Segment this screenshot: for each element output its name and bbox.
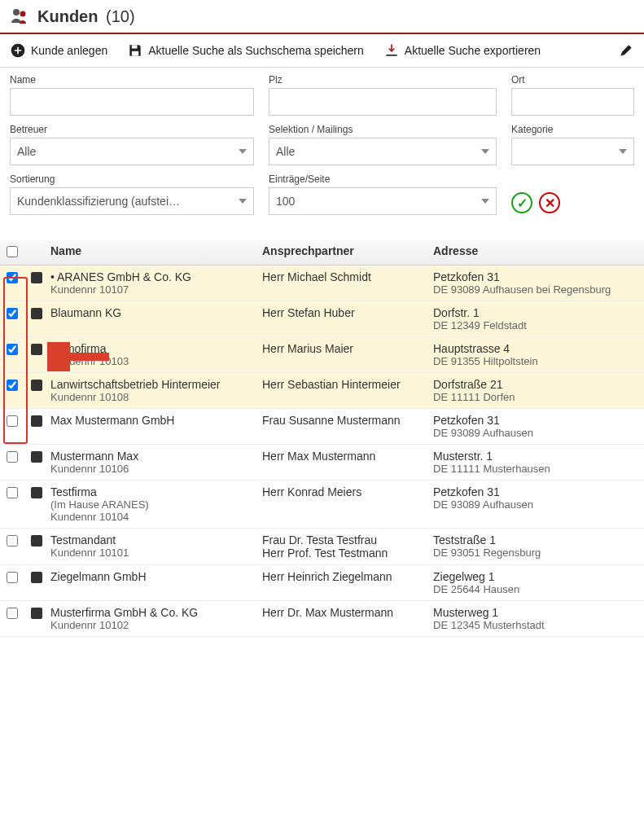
- edit-button[interactable]: [618, 42, 634, 59]
- kategorie-label: Kategorie: [511, 124, 634, 135]
- selektion-select[interactable]: Alle: [269, 138, 497, 165]
- contact-name: Herr Prof. Test Testmann: [262, 546, 433, 560]
- reset-filter-button[interactable]: ✕: [539, 192, 560, 213]
- customer-subline: Kundennr 10106: [50, 463, 262, 475]
- eintraege-select[interactable]: 100: [269, 187, 497, 215]
- customer-name: Testfirma: [50, 485, 262, 498]
- svg-rect-4: [132, 51, 138, 56]
- page-header: Kunden (10): [0, 0, 644, 34]
- apply-filter-button[interactable]: ✓: [511, 192, 532, 213]
- sortierung-select[interactable]: Kundenklassifizierung (aufstei…: [10, 187, 254, 215]
- name-label: Name: [10, 74, 254, 86]
- building-icon: [31, 608, 42, 619]
- address-line: Teststraße 1: [433, 533, 637, 546]
- toolbar: Kunde anlegen Aktuelle Suche als Suchsch…: [0, 34, 644, 68]
- table-row[interactable]: Musterfirma GmbH & Co. KGKundennr 10102H…: [0, 601, 644, 637]
- export-search-label: Aktuelle Suche exportieren: [405, 44, 541, 57]
- customer-name: Musterfirma GmbH & Co. KG: [50, 606, 262, 619]
- svg-point-0: [13, 9, 20, 15]
- row-checkbox[interactable]: [7, 572, 18, 583]
- betreuer-value: Alle: [17, 145, 36, 158]
- svg-point-1: [20, 11, 26, 17]
- building-icon: [31, 487, 42, 498]
- table-row[interactable]: Ziegelmann GmbHHerr Heinrich ZiegelmannZ…: [0, 565, 644, 601]
- create-customer-label: Kunde anlegen: [31, 44, 107, 57]
- address-line: DE 93089 Aufhausen: [433, 427, 637, 439]
- table-row[interactable]: Mustermann MaxKundennr 10106Herr Max Mus…: [0, 445, 644, 481]
- selektion-value: Alle: [276, 145, 295, 158]
- col-address: Adresse: [433, 244, 637, 257]
- address-line: DE 91355 Hiltpoltstein: [433, 355, 637, 367]
- row-checkbox[interactable]: [7, 487, 18, 498]
- address-line: DE 93051 Regensburg: [433, 546, 637, 559]
- row-checkbox[interactable]: [7, 451, 18, 463]
- address-line: DE 93089 Aufhausen: [433, 498, 637, 511]
- building-icon: [31, 308, 42, 319]
- table-row[interactable]: Testfirma(Im Hause ARANES)Kundennr 10104…: [0, 481, 644, 529]
- table-header: Name Ansprechpartner Adresse: [0, 239, 644, 266]
- col-name: Name: [50, 244, 262, 257]
- table-row[interactable]: • ARANES GmbH & Co. KGKundennr 10107Herr…: [0, 266, 644, 301]
- customers-icon: [10, 7, 29, 26]
- save-search-button[interactable]: Aktuelle Suche als Suchschema speichern: [127, 42, 364, 59]
- address-line: Musterweg 1: [433, 606, 637, 619]
- address-line: DE 11111 Musterhausen: [433, 463, 637, 475]
- ort-label: Ort: [511, 74, 634, 86]
- customer-subline: Kundennr 10108: [50, 391, 262, 403]
- chevron-down-icon: [481, 149, 489, 154]
- building-icon: [31, 535, 42, 546]
- table-row[interactable]: TestmandantKundennr 10101Frau Dr. Testa …: [0, 529, 644, 565]
- eintraege-label: Einträge/Seite: [269, 173, 497, 185]
- contact-name: Herr Konrad Meiers: [262, 485, 433, 498]
- row-checkbox[interactable]: [7, 415, 18, 427]
- svg-rect-3: [132, 45, 138, 48]
- name-input[interactable]: [10, 88, 254, 116]
- address-line: DE 93089 Aufhausen bei Regensburg: [433, 283, 637, 296]
- address-line: Petzkofen 31: [433, 414, 637, 427]
- building-icon: [31, 415, 42, 427]
- kategorie-select[interactable]: [511, 138, 634, 165]
- customers-table: Name Ansprechpartner Adresse • ARANES Gm…: [0, 239, 644, 637]
- building-icon: [31, 344, 42, 355]
- betreuer-select[interactable]: Alle: [10, 138, 254, 165]
- building-icon: [31, 380, 42, 391]
- contact-name: Herr Marius Maier: [262, 342, 433, 355]
- select-all-checkbox[interactable]: [7, 246, 18, 257]
- address-line: Dorfstr. 1: [433, 306, 637, 319]
- table-row[interactable]: Max Mustermann GmbHFrau Susanne Musterma…: [0, 409, 644, 445]
- row-checkbox[interactable]: [7, 308, 18, 319]
- ort-input[interactable]: [511, 88, 634, 116]
- customer-name: Mustermann Max: [50, 450, 262, 463]
- chevron-down-icon: [239, 149, 247, 154]
- row-checkbox[interactable]: [7, 344, 18, 355]
- customer-name: Max Mustermann GmbH: [50, 414, 262, 427]
- contact-name: Frau Susanne Mustermann: [262, 414, 433, 427]
- row-checkbox[interactable]: [7, 272, 18, 283]
- customer-subline: Kundennr 10103: [50, 355, 262, 367]
- address-line: Hauptstrasse 4: [433, 342, 637, 355]
- address-line: Dorfstraße 21: [433, 378, 637, 391]
- row-checkbox[interactable]: [7, 608, 18, 619]
- customer-name: Lanwirtschaftsbetrieb Hintermeier: [50, 378, 262, 391]
- building-icon: [31, 451, 42, 463]
- table-row[interactable]: Lanwirtschaftsbetrieb HintermeierKundenn…: [0, 373, 644, 409]
- address-line: DE 12349 Feldstadt: [433, 319, 637, 331]
- address-line: DE 11111 Dorfen: [433, 391, 637, 403]
- address-line: DE 12345 Musterhstadt: [433, 619, 637, 631]
- contact-name: Herr Heinrich Ziegelmann: [262, 570, 433, 583]
- create-customer-button[interactable]: Kunde anlegen: [10, 42, 107, 59]
- plz-input[interactable]: [269, 88, 497, 116]
- contact-name: Herr Max Mustermann: [262, 450, 433, 463]
- col-contact: Ansprechpartner: [262, 244, 433, 257]
- sortierung-value: Kundenklassifizierung (aufstei…: [17, 195, 180, 208]
- selektion-label: Selektion / Mailings: [269, 124, 497, 135]
- table-row[interactable]: DemofirmaKundennr 10103Herr Marius Maier…: [0, 337, 644, 373]
- table-row[interactable]: Blaumann KGHerr Stefan HuberDorfstr. 1DE…: [0, 301, 644, 337]
- building-icon: [31, 272, 42, 283]
- row-checkbox[interactable]: [7, 535, 18, 546]
- row-checkbox[interactable]: [7, 380, 18, 391]
- customer-subline: (Im Hause ARANES): [50, 498, 262, 511]
- customer-name: Blaumann KG: [50, 306, 262, 319]
- customer-subline: Kundennr 10104: [50, 511, 262, 523]
- export-search-button[interactable]: Aktuelle Suche exportieren: [383, 42, 541, 59]
